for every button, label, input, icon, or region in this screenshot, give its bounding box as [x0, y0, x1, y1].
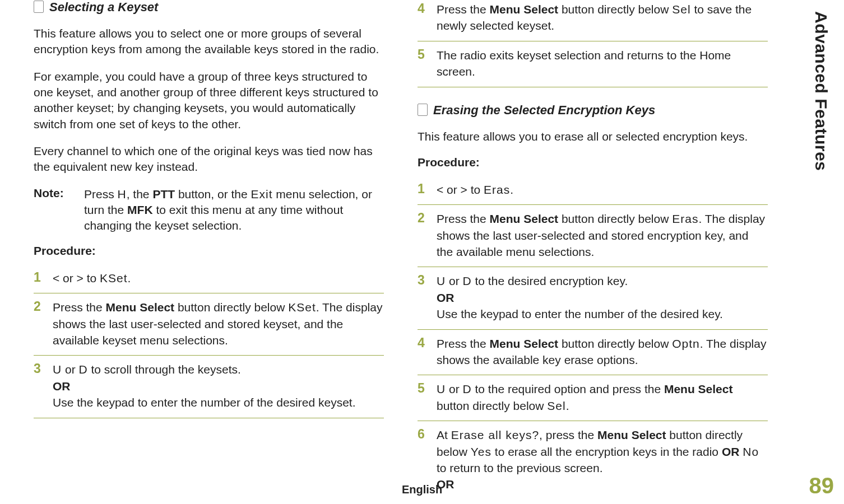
- key-D: D: [79, 363, 88, 376]
- sel-label: Sel: [672, 3, 690, 16]
- text: Press the: [437, 337, 490, 350]
- text: button directly below: [437, 399, 547, 412]
- or-label: OR: [722, 445, 740, 458]
- step-body: U or D to the desired encryption key. OR…: [437, 273, 723, 322]
- note-block: Note: Press H, the PTT button, or the Ex…: [34, 186, 384, 234]
- step-body: Press the Menu Select button directly be…: [437, 211, 768, 260]
- erase-step-1: 1 < or > to Eras.: [418, 176, 768, 205]
- paragraph: This feature allows you to erase all or …: [418, 129, 768, 144]
- text: < or > to: [53, 272, 100, 284]
- step-number: 2: [34, 299, 53, 348]
- text: button directly below: [174, 301, 288, 314]
- text: to the desired encryption key.: [472, 274, 628, 287]
- text: or: [446, 382, 462, 395]
- right-column: 4 Press the Menu Select button directly …: [401, 0, 785, 500]
- step-body: < or > to KSet.: [53, 270, 131, 286]
- step-2: 2 Press the Menu Select button directly …: [34, 293, 384, 356]
- text: .: [128, 272, 131, 284]
- text: to scroll through the keysets.: [88, 363, 241, 376]
- step-5: 5 The radio exits keyset selection and r…: [418, 41, 768, 87]
- or-label: OR: [437, 291, 455, 304]
- text: Press the: [437, 212, 490, 225]
- eras-label: Eras: [672, 212, 698, 225]
- text: or: [62, 363, 78, 376]
- section-heading-selecting-keyset: Selecting a Keyset: [34, 0, 384, 15]
- erase-all-keys-label: Erase all keys?: [451, 428, 539, 441]
- procedure-steps-cont: 4 Press the Menu Select button directly …: [418, 0, 768, 87]
- step-body: Press the Menu Select button directly be…: [437, 335, 768, 368]
- text: to erase all the encryption keys in the …: [491, 445, 722, 458]
- text: At: [437, 428, 451, 441]
- menu-select-label: Menu Select: [106, 301, 175, 314]
- text: .: [510, 183, 513, 196]
- menu-select-label: Menu Select: [490, 212, 559, 225]
- step-number: 3: [418, 273, 437, 322]
- text: or: [446, 274, 462, 287]
- language-label: English: [402, 483, 442, 496]
- optn-label: Optn: [672, 337, 700, 350]
- step-number: 1: [34, 270, 53, 286]
- step-body: The radio exits keyset selection and ret…: [437, 47, 768, 80]
- procedure-label: Procedure:: [34, 244, 384, 258]
- menu-select-label: Menu Select: [664, 382, 733, 395]
- step-body: U or D to scroll through the keysets. OR…: [53, 361, 355, 410]
- erase-step-3: 3 U or D to the desired encryption key. …: [418, 267, 768, 329]
- text: button directly below: [558, 337, 672, 350]
- paragraph: This feature allows you to select one or…: [34, 26, 384, 58]
- procedure-label: Procedure:: [418, 156, 768, 169]
- ptt-label: PTT: [152, 188, 175, 200]
- text: Press: [84, 188, 118, 200]
- step-number: 4: [418, 1, 437, 34]
- key-H: H: [118, 188, 127, 200]
- step-number: 2: [418, 211, 437, 260]
- yes-label: Yes: [471, 445, 491, 458]
- text: button, or the: [175, 188, 251, 200]
- step-number: 1: [418, 181, 437, 198]
- text: button directly below: [558, 3, 672, 16]
- exit-label: Exit: [251, 188, 273, 200]
- step-1: 1 < or > to KSet.: [34, 264, 384, 293]
- step-number: 4: [418, 335, 437, 368]
- step-body: Press the Menu Select button directly be…: [437, 1, 768, 34]
- note-label: Note:: [34, 186, 84, 234]
- no-label: No: [743, 445, 759, 458]
- step-4: 4 Press the Menu Select button directly …: [418, 0, 768, 41]
- mfk-label: MFK: [127, 203, 153, 216]
- note-body: Press H, the PTT button, or the Exit men…: [84, 186, 384, 234]
- key-U: U: [53, 363, 62, 376]
- step-body: At Erase all keys?, press the Menu Selec…: [437, 427, 768, 493]
- paragraph: Every channel to which one of the origin…: [34, 143, 384, 175]
- eras-label: Eras: [484, 183, 510, 196]
- step-number: 5: [418, 47, 437, 80]
- or-label: OR: [53, 380, 71, 393]
- kset-label: KSet: [288, 301, 316, 314]
- text: Use the keypad to enter the number of th…: [437, 307, 723, 320]
- step-body: U or D to the required option and press …: [437, 381, 768, 414]
- step-3: 3 U or D to scroll through the keysets. …: [34, 356, 384, 418]
- key-D: D: [463, 382, 472, 395]
- text: < or > to: [437, 183, 484, 196]
- erase-step-6: 6 At Erase all keys?, press the Menu Sel…: [418, 421, 768, 500]
- menu-select-label: Menu Select: [490, 3, 559, 16]
- key-U: U: [437, 382, 446, 395]
- menu-select-label: Menu Select: [597, 428, 666, 441]
- sel-label: Sel: [547, 399, 565, 412]
- erase-step-5: 5 U or D to the required option and pres…: [418, 375, 768, 421]
- menu-select-label: Menu Select: [490, 337, 559, 350]
- step-body: Press the Menu Select button directly be…: [53, 299, 384, 348]
- section-heading-erasing-keys: Erasing the Selected Encryption Keys: [418, 103, 768, 118]
- text: Use the keypad to enter the number of th…: [53, 396, 355, 409]
- text: Press the: [53, 301, 106, 314]
- key-D: D: [463, 274, 472, 287]
- step-number: 5: [418, 381, 437, 414]
- paragraph: For example, you could have a group of t…: [34, 69, 384, 132]
- key-U: U: [437, 274, 446, 287]
- step-number: 3: [34, 361, 53, 410]
- erase-steps: 1 < or > to Eras. 2 Press the Menu Selec…: [418, 176, 768, 500]
- text: button directly below: [558, 212, 672, 225]
- text: Press the: [437, 3, 490, 16]
- procedure-steps: 1 < or > to KSet. 2 Press the Menu Selec…: [34, 264, 384, 418]
- text: .: [566, 399, 569, 412]
- text: to return to the previous screen.: [437, 461, 603, 474]
- side-section-label: Advanced Features: [811, 11, 831, 171]
